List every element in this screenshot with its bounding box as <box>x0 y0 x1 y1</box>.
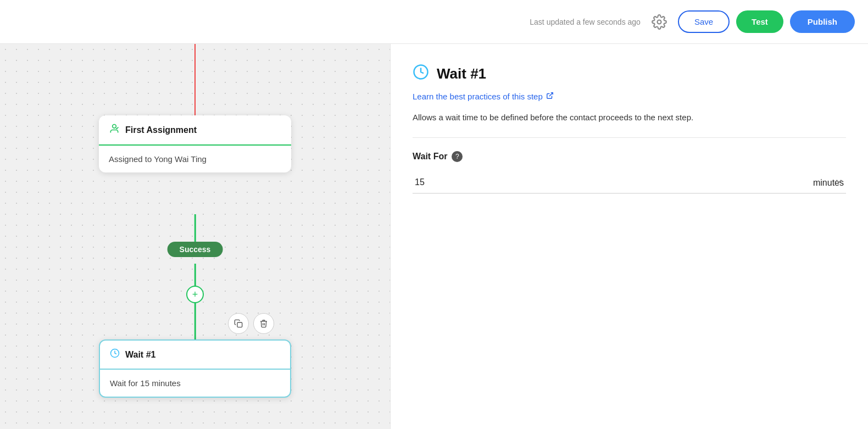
learn-best-practices-link[interactable]: Learn the best practices of this step <box>413 92 846 101</box>
wait-number-input[interactable] <box>413 172 560 194</box>
node-wait-header: Wait #1 <box>100 341 290 370</box>
workflow-canvas: First Assignment Assigned to Yong Wai Ti… <box>0 44 390 429</box>
wait-for-help-icon[interactable]: ? <box>452 151 463 162</box>
add-step-button[interactable]: + <box>186 286 204 303</box>
node-first-assignment-header: First Assignment <box>99 115 291 146</box>
success-badge: Success <box>168 242 223 257</box>
wait-clock-icon <box>110 348 120 361</box>
panel-title-row: Wait #1 <box>413 64 846 84</box>
panel-divider <box>413 137 846 138</box>
wait-for-label-row: Wait For ? <box>413 151 846 162</box>
connector-line-1 <box>194 214 196 242</box>
last-updated-text: Last updated a few seconds ago <box>530 18 641 26</box>
settings-icon[interactable] <box>652 14 667 30</box>
help-text: ? <box>455 153 459 160</box>
copy-button[interactable] <box>228 313 249 334</box>
node-first-assignment-title: First Assignment <box>125 125 197 135</box>
assignment-icon <box>109 123 120 137</box>
topbar: Last updated a few seconds ago Save Test… <box>0 0 868 44</box>
publish-button[interactable]: Publish <box>790 10 855 33</box>
connector-line-3 <box>194 297 196 341</box>
delete-button[interactable] <box>253 313 274 334</box>
panel-title: Wait #1 <box>437 65 486 82</box>
learn-link-text: Learn the best practices of this step <box>413 92 543 101</box>
wait-inputs-row: minutes hours days weeks <box>413 172 846 194</box>
node-wait[interactable]: Wait #1 Wait for 15 minutes <box>99 339 291 398</box>
right-panel: Wait #1 Learn the best practices of this… <box>390 44 868 429</box>
plus-icon: + <box>192 289 198 300</box>
node-actions <box>228 313 274 334</box>
svg-point-0 <box>657 20 661 24</box>
main-content: First Assignment Assigned to Yong Wai Ti… <box>0 44 868 429</box>
test-button[interactable]: Test <box>736 10 783 33</box>
node-wait-title: Wait #1 <box>125 350 155 360</box>
wait-for-label: Wait For <box>413 152 447 161</box>
node-wait-body: Wait for 15 minutes <box>100 370 290 397</box>
panel-description: Allows a wait time to be defined before … <box>413 111 846 124</box>
svg-point-1 <box>113 125 116 129</box>
node-first-assignment[interactable]: First Assignment Assigned to Yong Wai Ti… <box>99 115 291 172</box>
save-button[interactable]: Save <box>678 10 730 33</box>
panel-clock-icon <box>413 64 429 84</box>
external-link-icon <box>546 92 554 101</box>
wait-unit-wrapper: minutes hours days weeks <box>560 172 846 194</box>
node-first-assignment-body: Assigned to Yong Wai Ting <box>99 146 291 172</box>
wait-unit-select[interactable]: minutes hours days weeks <box>560 172 846 193</box>
svg-line-5 <box>549 93 553 96</box>
start-connector <box>194 44 196 115</box>
svg-rect-2 <box>237 322 242 327</box>
